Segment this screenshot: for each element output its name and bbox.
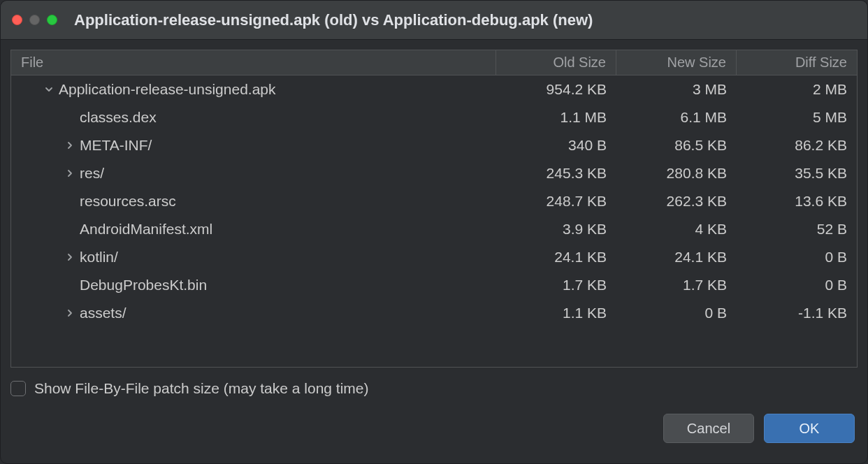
- new-size-cell: 3 MB: [616, 81, 737, 98]
- table-row[interactable]: resources.arsc248.7 KB262.3 KB13.6 KB: [11, 187, 857, 215]
- file-by-file-label: Show File-By-File patch size (may take a…: [34, 380, 369, 397]
- table-row[interactable]: DebugProbesKt.bin1.7 KB1.7 KB0 B: [11, 271, 857, 299]
- options-row: Show File-By-File patch size (may take a…: [10, 380, 858, 397]
- file-name: res/: [80, 165, 104, 182]
- table-row[interactable]: res/245.3 KB280.8 KB35.5 KB: [11, 159, 857, 187]
- chevron-right-icon[interactable]: [60, 309, 80, 317]
- file-name: kotlin/: [80, 249, 118, 266]
- file-cell: DebugProbesKt.bin: [11, 277, 496, 293]
- old-size-cell: 340 B: [496, 137, 616, 154]
- diff-size-cell: 0 B: [737, 277, 857, 293]
- file-cell: AndroidManifest.xml: [11, 221, 496, 238]
- old-size-cell: 24.1 KB: [496, 249, 616, 266]
- close-icon[interactable]: [12, 15, 22, 25]
- minimize-icon[interactable]: [29, 15, 40, 25]
- diff-size-cell: 35.5 KB: [737, 165, 857, 182]
- table-body: Application-release-unsigned.apk954.2 KB…: [11, 75, 857, 367]
- file-table: File Old Size New Size Diff Size Applica…: [10, 50, 858, 368]
- file-cell: res/: [11, 165, 496, 182]
- old-size-cell: 1.1 MB: [496, 109, 616, 126]
- column-old-size[interactable]: Old Size: [496, 50, 616, 75]
- file-cell: Application-release-unsigned.apk: [11, 81, 496, 98]
- file-cell: META-INF/: [11, 137, 496, 154]
- table-row[interactable]: META-INF/340 B86.5 KB86.2 KB: [11, 131, 857, 159]
- file-cell: kotlin/: [11, 249, 496, 266]
- table-row[interactable]: Application-release-unsigned.apk954.2 KB…: [11, 75, 857, 103]
- chevron-right-icon[interactable]: [60, 141, 80, 150]
- file-name: resources.arsc: [80, 193, 176, 210]
- file-by-file-checkbox[interactable]: [10, 381, 26, 396]
- old-size-cell: 1.7 KB: [496, 277, 616, 293]
- column-new-size[interactable]: New Size: [616, 50, 737, 75]
- file-name: assets/: [80, 305, 126, 321]
- file-name: classes.dex: [80, 109, 157, 126]
- diff-size-cell: 5 MB: [737, 109, 857, 126]
- file-cell: resources.arsc: [11, 193, 496, 210]
- old-size-cell: 248.7 KB: [496, 193, 616, 210]
- column-diff-size[interactable]: Diff Size: [737, 50, 857, 75]
- new-size-cell: 24.1 KB: [616, 249, 737, 266]
- new-size-cell: 86.5 KB: [616, 137, 737, 154]
- file-cell: classes.dex: [11, 109, 496, 126]
- new-size-cell: 0 B: [616, 305, 737, 321]
- cancel-button[interactable]: Cancel: [663, 414, 754, 443]
- new-size-cell: 4 KB: [616, 221, 737, 238]
- column-file[interactable]: File: [11, 50, 496, 75]
- file-name: META-INF/: [80, 137, 152, 154]
- file-name: AndroidManifest.xml: [80, 221, 212, 238]
- dialog-window: Application-release-unsigned.apk (old) v…: [0, 0, 868, 464]
- window-title: Application-release-unsigned.apk (old) v…: [74, 11, 593, 29]
- chevron-right-icon[interactable]: [60, 253, 80, 261]
- new-size-cell: 280.8 KB: [616, 165, 737, 182]
- content-area: File Old Size New Size Diff Size Applica…: [1, 40, 867, 463]
- old-size-cell: 1.1 KB: [496, 305, 616, 321]
- chevron-down-icon[interactable]: [39, 85, 59, 94]
- diff-size-cell: -1.1 KB: [737, 305, 857, 321]
- old-size-cell: 3.9 KB: [496, 221, 616, 238]
- diff-size-cell: 86.2 KB: [737, 137, 857, 154]
- maximize-icon[interactable]: [47, 15, 57, 25]
- new-size-cell: 1.7 KB: [616, 277, 737, 293]
- file-cell: assets/: [11, 305, 496, 321]
- diff-size-cell: 52 B: [737, 221, 857, 238]
- button-row: Cancel OK: [10, 414, 858, 443]
- chevron-right-icon[interactable]: [60, 169, 80, 177]
- table-row[interactable]: kotlin/24.1 KB24.1 KB0 B: [11, 243, 857, 271]
- table-row[interactable]: assets/1.1 KB0 B-1.1 KB: [11, 299, 857, 327]
- ok-button[interactable]: OK: [764, 414, 855, 443]
- file-name: DebugProbesKt.bin: [80, 277, 207, 293]
- traffic-lights: [12, 15, 57, 25]
- table-header: File Old Size New Size Diff Size: [11, 50, 857, 75]
- diff-size-cell: 2 MB: [737, 81, 857, 98]
- new-size-cell: 6.1 MB: [616, 109, 737, 126]
- file-name: Application-release-unsigned.apk: [59, 81, 276, 98]
- diff-size-cell: 0 B: [737, 249, 857, 266]
- old-size-cell: 954.2 KB: [496, 81, 616, 98]
- old-size-cell: 245.3 KB: [496, 165, 616, 182]
- new-size-cell: 262.3 KB: [616, 193, 737, 210]
- titlebar: Application-release-unsigned.apk (old) v…: [1, 1, 867, 40]
- table-row[interactable]: AndroidManifest.xml3.9 KB4 KB52 B: [11, 215, 857, 243]
- diff-size-cell: 13.6 KB: [737, 193, 857, 210]
- table-row[interactable]: classes.dex1.1 MB6.1 MB5 MB: [11, 103, 857, 131]
